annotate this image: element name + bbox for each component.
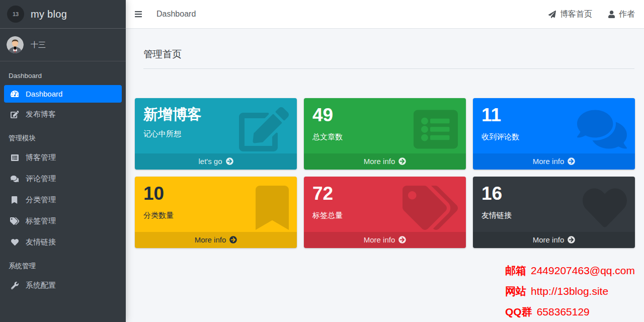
card-inner: 11收到评论数	[473, 98, 635, 148]
card-footer-label: More info	[533, 235, 565, 244]
contact-line: QQ群658365129	[505, 301, 635, 322]
card-category-count: 10分类数量More info	[135, 177, 297, 248]
tachometer-icon	[11, 90, 19, 98]
card-footer-label: More info	[364, 235, 395, 244]
card-article-count-footer-link[interactable]: More info	[304, 153, 466, 170]
top-navbar: Dashboard 博客首页作者	[126, 0, 644, 29]
content: 管理首页 新增博客记心中所想let's go49总文章数More info11收…	[126, 29, 644, 322]
brand-logo-text: 13	[13, 11, 19, 17]
sidebar-item-blog-manage[interactable]: 博客管理	[4, 148, 122, 167]
brand-logo-icon: 13	[7, 6, 24, 23]
card-value: 72	[312, 183, 457, 205]
card-footer-label: More info	[195, 235, 226, 244]
sidebar-item-label: 发布博客	[26, 110, 56, 119]
edit-icon-wrap	[9, 111, 20, 118]
sidebar-item-category-manage[interactable]: 分类管理	[4, 191, 122, 209]
card-label: 标签总量	[312, 211, 457, 220]
comments-icon	[11, 175, 19, 183]
cards-grid: 新增博客记心中所想let's go49总文章数More info11收到评论数M…	[135, 98, 635, 248]
menu-toggle-button[interactable]	[135, 10, 142, 18]
card-inner: 新增博客记心中所想	[135, 98, 297, 145]
tags-icon-wrap	[9, 217, 20, 225]
list-icon	[11, 154, 19, 162]
card-inner: 49总文章数	[304, 98, 466, 148]
card-comment-count-footer-link[interactable]: More info	[473, 153, 635, 170]
card-link-count-footer-link[interactable]: More info	[473, 232, 635, 248]
card-label: 总文章数	[312, 132, 457, 142]
content-header: 管理首页	[143, 48, 634, 69]
heart-icon	[11, 238, 19, 246]
avatar	[7, 36, 24, 53]
card-link-count: 16友情链接More info	[473, 177, 635, 248]
card-inner: 16友情链接	[473, 177, 635, 227]
arrow-circle-right-icon	[398, 157, 406, 165]
contact-info: 邮箱2449207463@qq.com网站http://13blog.siteQ…	[505, 260, 635, 322]
bookmark-icon	[12, 196, 17, 204]
card-value: 10	[143, 183, 288, 205]
contact-line: 网站http://13blog.site	[505, 281, 635, 301]
nav-section-header: Dashboard	[4, 64, 122, 85]
card-tag-count-footer-link[interactable]: More info	[304, 232, 466, 248]
card-footer-label: More info	[533, 157, 565, 166]
tachometer-icon-wrap	[9, 90, 20, 98]
author-link-label: 作者	[619, 9, 635, 20]
sidebar-nav: DashboardDashboard发布博客管理模块博客管理评论管理分类管理标签…	[0, 61, 126, 300]
navbar-breadcrumb[interactable]: Dashboard	[156, 10, 196, 19]
avatar-image	[7, 36, 24, 53]
card-inner: 72标签总量	[304, 177, 466, 227]
card-label: 分类数量	[143, 211, 288, 220]
card-footer-label: let's go	[198, 157, 222, 166]
card-label: 收到评论数	[481, 132, 626, 142]
contact-label: QQ群	[505, 306, 532, 317]
card-article-count: 49总文章数More info	[304, 98, 466, 170]
card-new-blog-footer-link[interactable]: let's go	[135, 153, 297, 170]
sidebar-item-publish-blog[interactable]: 发布博客	[4, 105, 122, 124]
contact-value: http://13blog.site	[531, 285, 608, 297]
bars-icon	[135, 10, 142, 18]
brand[interactable]: 13 my blog	[0, 0, 126, 29]
card-label: 友情链接	[481, 211, 626, 220]
page-title: 管理首页	[143, 48, 634, 61]
contact-value: 2449207463@qq.com	[531, 265, 635, 276]
sidebar-item-friend-links[interactable]: 友情链接	[4, 233, 122, 252]
heart-icon-wrap	[9, 238, 20, 246]
edit-icon	[11, 111, 19, 118]
bookmark-icon-wrap	[9, 196, 20, 204]
sidebar-item-label: 评论管理	[26, 174, 56, 184]
paper-plane-icon	[548, 11, 556, 18]
comments-icon-wrap	[9, 175, 20, 183]
sidebar-item-system-config[interactable]: 系统配置	[4, 276, 122, 295]
arrow-circle-right-icon	[229, 236, 237, 244]
navbar-links: 博客首页作者	[548, 9, 635, 20]
sidebar-item-label: 友情链接	[26, 237, 56, 247]
tags-icon	[10, 217, 20, 225]
sidebar-item-comment-manage[interactable]: 评论管理	[4, 170, 122, 188]
contact-line: 邮箱2449207463@qq.com	[505, 260, 635, 281]
sidebar-item-tag-manage[interactable]: 标签管理	[4, 212, 122, 230]
card-tag-count: 72标签总量More info	[304, 177, 466, 248]
sidebar-item-dashboard[interactable]: Dashboard	[4, 85, 122, 103]
user-panel: 十三	[0, 29, 126, 61]
main-area: Dashboard 博客首页作者 管理首页 新增博客记心中所想let's go4…	[126, 0, 644, 322]
card-inner: 10分类数量	[135, 177, 297, 227]
nav-section-header: 管理模块	[4, 126, 122, 148]
card-title: 新增博客	[143, 106, 288, 123]
author-link[interactable]: 作者	[608, 9, 635, 20]
user-icon-wrap	[608, 11, 615, 18]
paper-plane-icon-wrap	[548, 11, 556, 18]
wrench-icon-wrap	[9, 282, 20, 289]
card-value: 16	[481, 183, 626, 205]
card-value: 11	[481, 105, 626, 126]
card-category-count-footer-link[interactable]: More info	[135, 232, 297, 248]
contact-value: 658365129	[537, 306, 590, 317]
card-comment-count: 11收到评论数More info	[473, 98, 635, 170]
blog-home-link[interactable]: 博客首页	[548, 9, 592, 20]
card-footer-label: More info	[364, 157, 395, 166]
sidebar-item-label: 博客管理	[26, 153, 56, 163]
app: 13 my blog 十三 DashboardDashboard发布博客管理模块…	[0, 0, 644, 322]
card-new-blog: 新增博客记心中所想let's go	[135, 98, 297, 170]
sidebar-item-label: Dashboard	[26, 90, 62, 98]
card-subtitle: 记心中所想	[143, 129, 288, 139]
card-value: 49	[312, 105, 457, 126]
arrow-circle-right-icon	[226, 157, 233, 165]
